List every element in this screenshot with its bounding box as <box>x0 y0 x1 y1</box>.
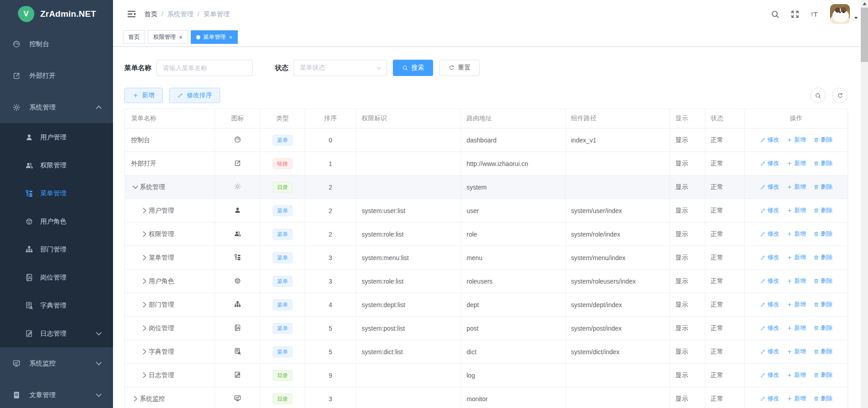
edit-icon <box>760 325 766 331</box>
scrollbar-thumb[interactable] <box>861 8 868 62</box>
row-edit-link[interactable]: 修改 <box>760 394 779 403</box>
sort-value: 9 <box>305 364 356 387</box>
expand-chevron-right-icon[interactable] <box>131 394 140 403</box>
refresh-table-button[interactable] <box>832 88 848 103</box>
tab-首页[interactable]: 首页 <box>123 30 145 44</box>
row-add-link[interactable]: 新增 <box>787 324 806 332</box>
row-edit-link[interactable]: 修改 <box>760 324 779 332</box>
sidebar-item-external[interactable]: 外部打开 <box>0 60 113 91</box>
row-edit-link[interactable]: 修改 <box>760 347 779 356</box>
dict-icon <box>234 347 241 355</box>
menu-fold-icon[interactable] <box>127 9 137 19</box>
row-delete-link[interactable]: 删除 <box>813 206 833 214</box>
add-menu-button[interactable]: 新增 <box>124 88 163 103</box>
row-add-link[interactable]: 新增 <box>787 230 806 238</box>
component-value: system/menu/index <box>566 246 670 270</box>
sort-value: 5 <box>305 317 356 340</box>
row-delete-link[interactable]: 删除 <box>813 253 833 261</box>
row-edit-link[interactable]: 修改 <box>760 253 779 261</box>
search-button[interactable]: 搜索 <box>393 60 433 76</box>
sidebar-item-menu[interactable]: 菜单管理 <box>0 179 113 207</box>
scrollbar-up-arrow[interactable] <box>861 0 868 7</box>
page-scrollbar[interactable] <box>861 0 868 408</box>
tab-权限管理[interactable]: 权限管理× <box>148 30 188 44</box>
row-delete-link[interactable]: 删除 <box>813 277 833 285</box>
row-add-link[interactable]: 新增 <box>787 300 806 308</box>
expand-chevron-right-icon[interactable] <box>140 253 149 262</box>
sidebar-item-dept[interactable]: 部门管理 <box>0 235 113 263</box>
user-menu[interactable] <box>830 4 859 24</box>
sort-value: 4 <box>305 293 356 317</box>
sidebar-item-article[interactable]: 文章管理 <box>0 379 113 408</box>
sidebar-item-roleusers[interactable]: 用户角色 <box>0 207 113 235</box>
row-add-link[interactable]: 新增 <box>787 371 806 379</box>
row-edit-link[interactable]: 修改 <box>760 230 779 238</box>
plus-icon <box>787 325 793 331</box>
expand-chevron-right-icon[interactable] <box>140 324 149 332</box>
fullscreen-icon[interactable] <box>790 9 800 19</box>
expand-chevron-right-icon[interactable] <box>140 347 149 356</box>
sidebar-item-role[interactable]: 权限管理 <box>0 151 113 179</box>
row-edit-link[interactable]: 修改 <box>760 371 779 379</box>
row-edit-link[interactable]: 修改 <box>760 183 779 191</box>
reset-button[interactable]: 重置 <box>439 60 480 76</box>
row-delete-link[interactable]: 删除 <box>813 394 833 403</box>
row-delete-link[interactable]: 删除 <box>813 371 833 379</box>
row-edit-link[interactable]: 修改 <box>760 159 779 167</box>
edit-sort-button[interactable]: 修改排序 <box>169 88 220 103</box>
expand-chevron-right-icon[interactable] <box>140 371 149 380</box>
visible-value: 显示 <box>670 364 705 387</box>
row-add-link[interactable]: 新增 <box>787 394 806 403</box>
sidebar-item-monitor[interactable]: 系统监控 <box>0 347 113 379</box>
search-icon[interactable] <box>770 9 780 19</box>
row-delete-link[interactable]: 删除 <box>813 136 833 144</box>
row-add-link[interactable]: 新增 <box>787 277 806 285</box>
row-edit-link[interactable]: 修改 <box>760 277 779 285</box>
row-add-link[interactable]: 新增 <box>787 136 806 144</box>
plus-icon <box>787 255 793 261</box>
table-toolbar: 新增 修改排序 <box>124 88 848 103</box>
component-value: system/dict/index <box>566 340 670 364</box>
close-icon[interactable]: × <box>179 34 183 40</box>
app-logo[interactable]: V ZrAdmin.NET <box>0 0 113 28</box>
sidebar-item-console[interactable]: 控制台 <box>0 28 113 60</box>
sidebar-item-post[interactable]: 岗位管理 <box>0 263 113 291</box>
sidebar-item-user[interactable]: 用户管理 <box>0 123 113 151</box>
status-value: 正常 <box>705 246 745 270</box>
show-search-button[interactable] <box>810 88 826 103</box>
sidebar-item-system[interactable]: 系统管理 <box>0 91 113 123</box>
expand-chevron-right-icon[interactable] <box>140 300 149 309</box>
row-delete-link[interactable]: 删除 <box>813 159 833 167</box>
menu-status-select[interactable]: 菜单状态 <box>293 60 387 76</box>
font-size-icon[interactable]: TT <box>810 9 820 19</box>
sidebar-item-log[interactable]: 日志管理 <box>0 319 113 347</box>
row-delete-link[interactable]: 删除 <box>813 347 833 356</box>
expand-chevron-down-icon[interactable] <box>131 183 140 191</box>
expand-chevron-right-icon[interactable] <box>140 277 149 285</box>
row-delete-link[interactable]: 删除 <box>813 230 833 238</box>
breadcrumb-home[interactable]: 首页 <box>144 10 157 19</box>
column-header: 图标 <box>215 109 260 128</box>
tab-菜单管理[interactable]: 菜单管理× <box>191 30 238 44</box>
breadcrumb-separator: / <box>198 10 199 18</box>
row-add-link[interactable]: 新增 <box>787 159 806 167</box>
gear-icon <box>234 183 241 190</box>
row-edit-link[interactable]: 修改 <box>760 300 779 308</box>
menu-name-input[interactable] <box>156 60 253 76</box>
row-add-link[interactable]: 新增 <box>787 206 806 214</box>
route-value: log <box>461 364 566 387</box>
expand-chevron-right-icon[interactable] <box>140 230 149 238</box>
row-add-link[interactable]: 新增 <box>787 347 806 356</box>
row-delete-link[interactable]: 删除 <box>813 183 833 191</box>
row-edit-link[interactable]: 修改 <box>760 136 779 144</box>
row-delete-link[interactable]: 删除 <box>813 324 833 332</box>
expand-chevron-right-icon[interactable] <box>140 206 149 215</box>
type-tag: 菜单 <box>273 323 292 334</box>
row-delete-link[interactable]: 删除 <box>813 300 833 308</box>
close-icon[interactable]: × <box>229 34 233 40</box>
avatar[interactable] <box>830 4 850 24</box>
row-add-link[interactable]: 新增 <box>787 253 806 261</box>
row-add-link[interactable]: 新增 <box>787 183 806 191</box>
row-edit-link[interactable]: 修改 <box>760 206 779 214</box>
sidebar-item-dict[interactable]: 字典管理 <box>0 291 113 319</box>
